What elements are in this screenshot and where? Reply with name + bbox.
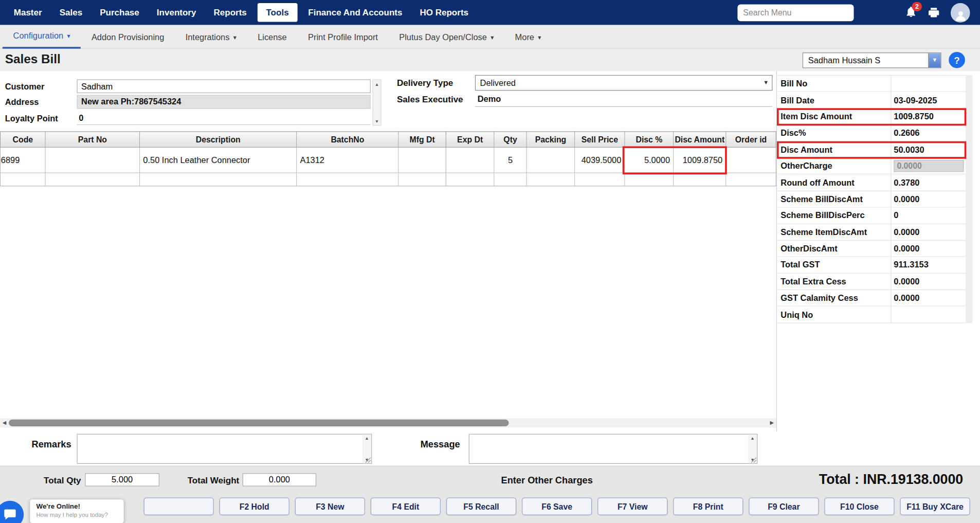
othercharge-input[interactable]: 0.0000	[894, 160, 964, 172]
fn-button-f5-recall[interactable]: F5 Recall	[446, 498, 516, 515]
avatar[interactable]	[951, 3, 970, 23]
subnav-item-configuration[interactable]: Configuration▾	[3, 25, 81, 49]
subnav-item-more[interactable]: More▾	[504, 25, 552, 49]
scrollbar-thumb[interactable]	[9, 420, 509, 426]
scroll-up-icon[interactable]: ▲	[750, 436, 754, 440]
cell-order-id[interactable]	[727, 173, 776, 187]
fn-button-f2-hold[interactable]: F2 Hold	[220, 498, 289, 515]
cell-description[interactable]	[140, 173, 297, 187]
fn-button-f9-clear[interactable]: F9 Clear	[749, 498, 819, 515]
scroll-down-icon[interactable]: ▼	[373, 118, 381, 125]
fn-button-f4-edit[interactable]: F4 Edit	[371, 498, 441, 515]
cell-disc[interactable]	[625, 173, 674, 187]
summary-row-disc-amount: Disc Amount50.0030	[777, 141, 966, 158]
column-header-mfg-dt[interactable]: Mfg Dt	[399, 131, 446, 148]
cell-mfg-dt[interactable]	[399, 148, 446, 173]
cell-order-id[interactable]	[727, 148, 776, 173]
column-header-qty[interactable]: Qty	[495, 131, 527, 148]
sales-executive-field[interactable]: Demo	[475, 93, 773, 107]
column-header-sell-price[interactable]: Sell Price	[575, 131, 625, 148]
column-header-batchno[interactable]: BatchNo	[297, 131, 398, 148]
notification-bell-icon[interactable]: 2	[904, 6, 919, 21]
subnav-item-plutus-day-open-close[interactable]: Plutus Day Open/Close▾	[389, 25, 504, 49]
resize-grip-icon[interactable]	[365, 456, 371, 463]
enter-other-charges-label[interactable]: Enter Other Charges	[487, 475, 606, 485]
remarks-textarea[interactable]	[78, 435, 371, 463]
fn-button-f10-close[interactable]: F10 Close	[824, 498, 894, 515]
remarks-field[interactable]: ▲ ▼	[77, 434, 372, 464]
cell-part-no[interactable]	[46, 148, 140, 173]
subnav-item-addon-provisioning[interactable]: Addon Provisioning	[81, 25, 175, 49]
scroll-left-icon[interactable]: ◀	[0, 418, 9, 427]
chevron-down-icon[interactable]: ▼	[928, 53, 940, 67]
fn-button-f6-save[interactable]: F6 Save	[522, 498, 592, 515]
topnav-item-finance-and-accounts[interactable]: Finance And Accounts	[299, 0, 411, 25]
message-textarea[interactable]	[469, 435, 757, 463]
scroll-up-icon[interactable]: ▲	[373, 80, 381, 88]
table-row[interactable]: 968990.50 Inch Leather ConnectorA1312540…	[1, 148, 776, 173]
subnav-item-integrations[interactable]: Integrations▾	[175, 25, 247, 49]
cell-mfg-dt[interactable]	[399, 173, 446, 187]
cell-description[interactable]: 0.50 Inch Leather Connector	[140, 148, 297, 173]
help-button[interactable]: ?	[949, 52, 965, 68]
user-select[interactable]: Sadham Hussain S ▼	[803, 52, 941, 68]
horizontal-scrollbar[interactable]: ◀ ▶	[0, 418, 776, 427]
scroll-right-icon[interactable]: ▶	[768, 418, 776, 427]
column-header-order-id[interactable]: Order id	[727, 131, 776, 148]
topnav-item-ho-reports[interactable]: HO Reports	[411, 0, 477, 25]
cell-sell-price[interactable]: 4039.5000	[575, 148, 625, 173]
fn-button-f8-print[interactable]: F8 Print	[673, 498, 743, 515]
topnav-item-sales[interactable]: Sales	[51, 0, 92, 25]
topnav-item-tools[interactable]: Tools	[257, 3, 297, 22]
cell-code[interactable]	[1, 173, 46, 187]
fn-button-f11-buy-xcare[interactable]: F11 Buy XCare	[900, 498, 970, 515]
cell-qty[interactable]: 5	[495, 148, 527, 173]
fn-button-f7-view[interactable]: F7 View	[597, 498, 667, 515]
cell-disc-amount[interactable]	[674, 173, 726, 187]
subnav-item-print-profile-import[interactable]: Print Profile Import	[297, 25, 388, 49]
cell-code[interactable]: 96899	[1, 148, 46, 173]
printer-icon[interactable]	[928, 6, 940, 21]
table-row-empty[interactable]	[1, 173, 776, 187]
total-weight-field[interactable]	[243, 473, 316, 486]
message-field[interactable]: ▲ ▼	[469, 434, 758, 464]
column-header-exp-dt[interactable]: Exp Dt	[446, 131, 495, 148]
chevron-down-icon: ▼	[763, 76, 769, 90]
column-header-code[interactable]: Code	[1, 131, 46, 148]
fn-button-f3-new[interactable]: F3 New	[295, 498, 365, 515]
search-input[interactable]	[737, 5, 854, 22]
column-header-part-no[interactable]: Part No	[46, 131, 140, 148]
total-qty-field[interactable]	[85, 473, 159, 486]
column-header-disc[interactable]: Disc %	[625, 131, 674, 148]
resize-grip-icon[interactable]	[750, 456, 757, 463]
cell-disc[interactable]: 5.0000	[625, 148, 674, 173]
scroll-up-icon[interactable]: ▲	[365, 436, 369, 440]
topnav-item-master[interactable]: Master	[5, 0, 51, 25]
cell-sell-price[interactable]	[575, 173, 625, 187]
cell-exp-dt[interactable]	[446, 173, 495, 187]
subnav-item-license[interactable]: License	[247, 25, 297, 49]
loyalty-point-field[interactable]: 0	[77, 112, 371, 125]
column-header-description[interactable]: Description	[140, 131, 297, 148]
topnav-item-reports[interactable]: Reports	[205, 0, 255, 25]
delivery-type-select[interactable]: Delivered ▼	[475, 75, 773, 91]
customer-input[interactable]	[77, 79, 371, 93]
column-header-disc-amount[interactable]: Disc Amount	[674, 131, 726, 148]
cell-batchno[interactable]: A1312	[297, 148, 398, 173]
cell-batchno[interactable]	[297, 173, 398, 187]
cell-part-no[interactable]	[46, 173, 140, 187]
cell-exp-dt[interactable]	[446, 148, 495, 173]
chat-status-card[interactable]: We're Online! How may I help you today?	[30, 499, 123, 523]
cell-disc-amount[interactable]: 1009.8750	[674, 148, 726, 173]
summary-label: Item Disc Amount	[777, 109, 891, 124]
column-header-packing[interactable]: Packing	[527, 131, 575, 148]
fn-button-empty[interactable]	[144, 498, 214, 515]
cell-packing[interactable]	[527, 148, 575, 173]
cell-qty[interactable]	[495, 173, 527, 187]
topnav-item-inventory[interactable]: Inventory	[148, 0, 205, 25]
customer-scrollbar[interactable]: ▲ ▼	[372, 79, 381, 125]
address-field[interactable]: New area Ph:7867545324	[77, 95, 371, 109]
topnav-item-purchase[interactable]: Purchase	[91, 0, 148, 25]
cell-packing[interactable]	[527, 173, 575, 187]
summary-scrollbar[interactable]	[966, 75, 972, 323]
